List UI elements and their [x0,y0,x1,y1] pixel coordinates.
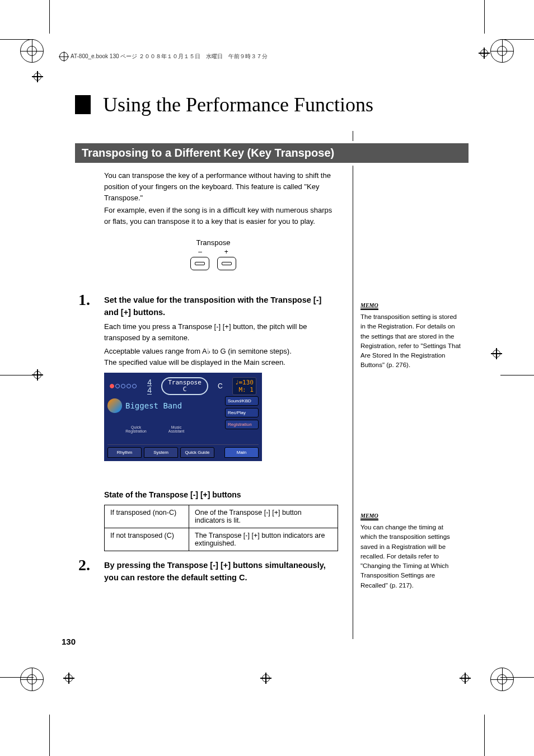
transpose-plus-button [217,257,236,270]
crop-line [484,715,485,756]
section-heading: Transposing to a Different Key (Key Tran… [75,143,469,163]
tempo-indicator: ♩=130 M: 1 [232,377,256,395]
state-cell: One of the Transpose [-] [+] button indi… [189,505,338,528]
crop-line [500,375,534,375]
rec-play-button: Rec/Play [225,408,259,417]
main-tab: Main [224,447,259,458]
memo-1-text: The transposition setting is stored in t… [360,312,461,370]
column-divider [353,166,353,639]
plus-sign: + [224,248,228,256]
page-title: Using the Performance Functions [103,93,373,116]
style-disc-icon [107,398,122,413]
key-ind: C [218,382,223,390]
transpose-control-illustration: Transpose – + [190,238,236,270]
reg-mark-icon [490,668,514,691]
time-signature: 4 4 [147,378,152,395]
intro-para-2: For example, even if the song is in a di… [104,205,339,227]
breadcrumb-text: AT-800_e.book 130 ページ ２００８年１０月１５日 水曜日 午前… [71,53,268,60]
crop-line [49,0,50,34]
main-screen-screenshot: 4 4 Transpose C C ♩=130 M: 1 Biggest Ban… [104,373,262,461]
step-2-number: 2. [78,556,90,574]
crop-line [0,375,34,375]
crop-line [484,0,485,34]
minus-sign: – [198,248,202,256]
state-cell: If transposed (non-C) [105,505,189,528]
step-1-body-3: The specified value will be displayed in… [104,357,339,368]
indicator-dots [110,383,138,389]
memo-2-text: You can change the timing at which the t… [360,523,461,590]
step-1-title: Set the value for the transposition with… [104,294,334,319]
cross-mark-icon [480,49,488,57]
state-cell: If not transposed (C) [105,528,189,551]
table-row: If not transposed (C) The Transpose [-] … [105,528,338,551]
transpose-badge: Transpose C [161,377,208,395]
quick-registration-icon: Quick Registration [124,417,148,441]
crop-line [49,715,50,756]
reg-mark-icon [20,668,44,691]
column-divider [353,131,353,141]
cross-mark-icon [65,674,73,682]
page-number: 130 [62,637,76,646]
registration-button: Registration [225,420,259,429]
table-row: If transposed (non-C) One of the Transpo… [105,505,338,528]
chapter-marker [75,95,91,114]
state-cell: The Transpose [-] [+] button indicators … [189,528,338,551]
music-assistant-icon: Music Assistant [165,417,188,441]
cross-mark-icon [34,371,41,379]
memo-label: MEMO [360,513,378,520]
transpose-minus-button [190,257,209,270]
cross-mark-icon [461,674,469,682]
state-subheading: State of the Transpose [-] [+] buttons [104,490,241,499]
quick-guide-tab: Quick Guide [180,447,214,458]
step-1-body-2: Acceptable values range from A♭ to G (in… [104,346,339,357]
state-table: If transposed (non-C) One of the Transpo… [104,505,338,551]
rhythm-tab: Rhythm [107,447,142,458]
cross-mark-icon [262,674,270,682]
book-icon [59,52,68,61]
reg-mark-icon [490,39,514,63]
step-1-number: 1. [78,291,90,309]
reg-mark-icon [20,39,44,63]
transpose-label: Transpose [190,238,236,247]
intro-para-1: You can transpose the key of a performan… [104,170,334,204]
style-name: Biggest Band [125,401,182,410]
cross-mark-icon [34,73,41,81]
step-2-title: By pressing the Transpose [-] [+] button… [104,560,334,584]
system-tab: System [144,447,178,458]
memo-label: MEMO [360,302,378,310]
step-1-body-1: Each time you press a Transpose [-] [+] … [104,321,339,344]
book-header: AT-800_e.book 130 ページ ２００８年１０月１５日 水曜日 午前… [59,52,268,61]
cross-mark-icon [493,350,500,358]
sound-kbd-button: Sound/KBD [225,396,259,406]
